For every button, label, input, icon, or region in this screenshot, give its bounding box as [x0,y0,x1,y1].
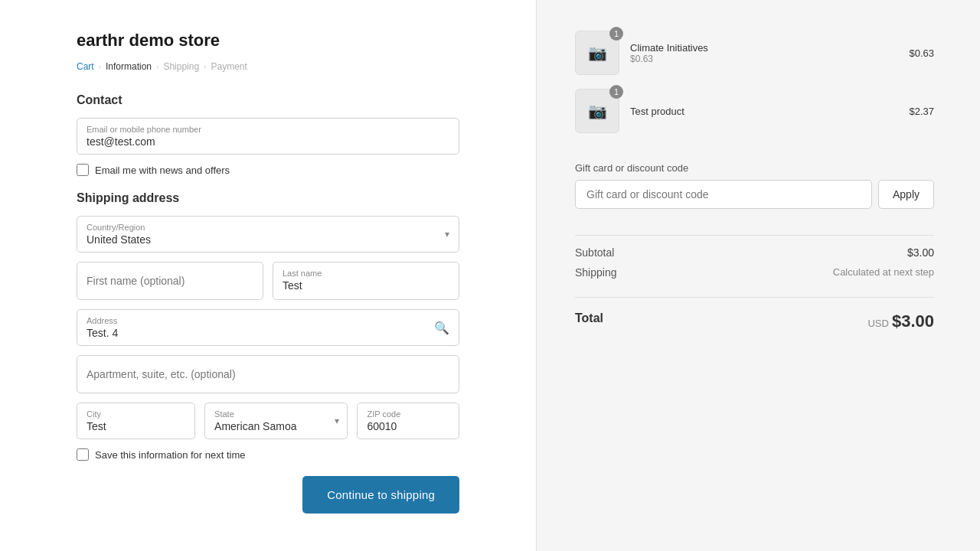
product-thumb-1: 📷 1 [575,31,619,75]
zip-label: ZIP code [367,409,449,419]
product-item-1: 📷 1 Climate Initiatives $0.63 $0.63 [575,31,934,75]
country-field-wrapper: Country/Region United States ▾ [77,216,459,253]
shipping-row: Shipping Calculated at next step [575,266,934,279]
email-input[interactable] [87,135,449,148]
newsletter-label: Email me with news and offers [95,165,230,176]
left-panel: earthr demo store Cart › Information › S… [0,0,536,551]
total-currency: USD [867,318,888,329]
apply-discount-button[interactable]: Apply [878,180,934,209]
breadcrumb-sep-1: › [99,63,101,71]
product-price-2: $2.37 [909,106,934,117]
city-input[interactable] [87,420,185,432]
address-group: Address 🔍 [77,309,459,346]
breadcrumb-sep-2: › [156,63,158,71]
search-icon: 🔍 [434,321,449,335]
contact-section-title: Contact [77,93,459,107]
divider-2 [575,297,934,298]
name-row: Last name [77,262,459,300]
address-label: Address [87,316,449,325]
total-value: $3.00 [892,311,934,331]
zip-input[interactable] [367,420,449,432]
email-group: Email or mobile phone number [77,118,459,155]
product-info-1: Climate Initiatives $0.63 [630,42,898,64]
country-label: Country/Region [87,223,449,232]
first-name-field-wrapper [77,262,263,300]
product-badge-2: 1 [609,85,623,99]
shipping-value: Calculated at next step [833,266,934,279]
subtotal-label: Subtotal [575,246,614,259]
camera-icon-1: 📷 [588,44,607,62]
subtotal-value: $3.00 [907,246,934,259]
newsletter-row: Email me with news and offers [77,164,459,176]
total-label: Total [575,311,603,331]
discount-section: Gift card or discount code Apply [575,162,934,209]
product-item-2: 📷 1 Test product $2.37 [575,89,934,133]
save-info-checkbox[interactable] [77,448,89,461]
breadcrumb: Cart › Information › Shipping › Payment [77,61,459,72]
product-info-2: Test product [630,106,898,117]
discount-label: Gift card or discount code [575,162,934,174]
newsletter-checkbox[interactable] [77,164,89,176]
apartment-group [77,355,459,393]
breadcrumb-shipping: Shipping [163,61,199,72]
product-list: 📷 1 Climate Initiatives $0.63 $0.63 📷 1 … [575,31,934,147]
discount-row: Apply [575,180,934,209]
email-field-wrapper: Email or mobile phone number [77,118,459,155]
right-panel: 📷 1 Climate Initiatives $0.63 $0.63 📷 1 … [536,0,980,551]
breadcrumb-sep-3: › [204,63,206,71]
apartment-field-wrapper [77,355,459,393]
state-label: State [214,409,338,419]
breadcrumb-payment: Payment [211,61,247,72]
last-name-input[interactable] [283,279,449,292]
product-name-1: Climate Initiatives [630,42,898,54]
product-sub-1: $0.63 [630,54,898,64]
shipping-label: Shipping [575,266,617,279]
divider-1 [575,235,934,236]
save-info-label: Save this information for next time [95,449,246,461]
product-thumb-2: 📷 1 [575,89,619,133]
last-name-field-wrapper: Last name [273,262,459,300]
country-select[interactable]: United States [87,233,449,246]
address-field-wrapper: Address 🔍 [77,309,459,346]
breadcrumb-information: Information [106,61,152,72]
product-name-2: Test product [630,106,898,117]
city-state-zip-row: City State American Samoa ▾ ZIP code [77,403,459,439]
state-select[interactable]: American Samoa [214,420,338,432]
camera-icon-2: 📷 [588,102,607,120]
shipping-section-title: Shipping address [77,191,459,205]
save-info-row: Save this information for next time [77,448,459,461]
zip-field-wrapper: ZIP code [357,403,459,439]
total-row: Total USD$3.00 [575,311,934,331]
breadcrumb-cart[interactable]: Cart [77,61,94,72]
store-title: earthr demo store [77,31,459,51]
state-field-wrapper: State American Samoa ▾ [204,403,348,439]
email-label: Email or mobile phone number [87,125,449,134]
apartment-input[interactable] [87,362,449,386]
product-badge-1: 1 [609,27,623,41]
total-amount-wrapper: USD$3.00 [867,311,934,331]
last-name-label: Last name [283,269,449,278]
product-price-1: $0.63 [909,47,934,59]
city-field-wrapper: City [77,403,195,439]
country-group: Country/Region United States ▾ [77,216,459,253]
subtotal-row: Subtotal $3.00 [575,246,934,259]
first-name-input[interactable] [87,269,253,293]
address-input[interactable] [87,327,449,339]
continue-to-shipping-button[interactable]: Continue to shipping [302,476,459,514]
discount-code-input[interactable] [575,180,872,209]
city-label: City [87,409,185,419]
